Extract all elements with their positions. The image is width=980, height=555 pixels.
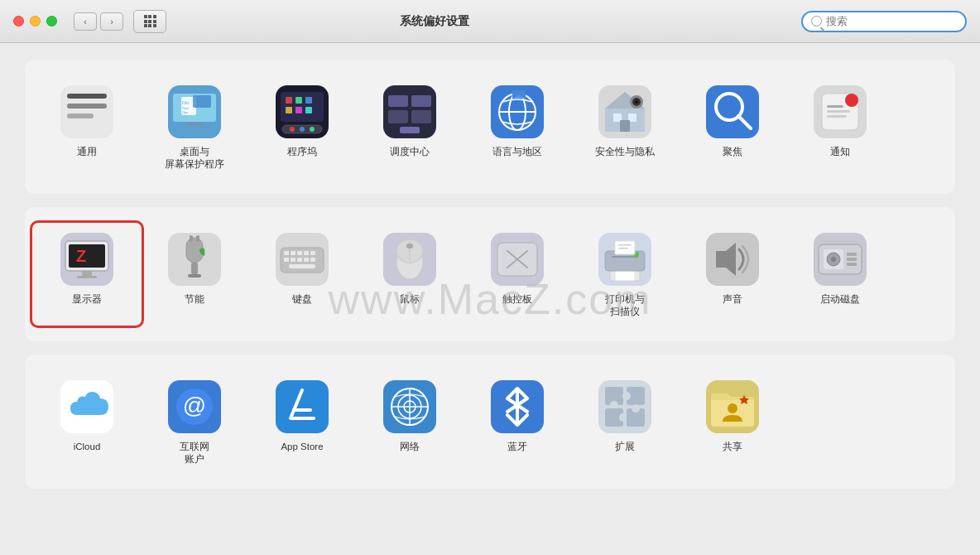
- pref-general[interactable]: 通用: [33, 76, 141, 177]
- svg-rect-28: [388, 95, 408, 107]
- traffic-lights: [13, 16, 57, 27]
- maximize-button[interactable]: [46, 16, 57, 27]
- pref-keyboard[interactable]: 键盘: [248, 224, 356, 325]
- pref-desktop[interactable]: Filo New Ope 桌面与屏幕保护程序: [141, 76, 248, 177]
- extensions-icon-container: [596, 378, 654, 436]
- pref-network[interactable]: 网络: [356, 371, 464, 472]
- trackpad-label: 触控板: [502, 293, 532, 306]
- pref-extensions[interactable]: 扩展: [571, 371, 679, 472]
- svg-text:@: @: [183, 393, 206, 418]
- pref-mouse[interactable]: 鼠标: [356, 224, 464, 325]
- svg-text:Ope: Ope: [182, 110, 189, 114]
- desktop-icon-container: Filo New Ope: [166, 83, 223, 141]
- sound-label: 声音: [723, 293, 742, 306]
- svg-text:Filo: Filo: [182, 100, 189, 105]
- displays-label: 显示器: [72, 293, 102, 306]
- svg-rect-30: [400, 127, 420, 133]
- pref-appstore[interactable]: App Store: [248, 371, 356, 472]
- startup-label: 启动磁盘: [820, 293, 860, 306]
- svg-rect-70: [291, 251, 295, 255]
- printer-icon: [598, 233, 651, 286]
- pref-printer[interactable]: 打印机与扫描仪: [571, 224, 679, 325]
- pref-energy[interactable]: 节能: [141, 224, 248, 325]
- spotlight-icon-container: [704, 83, 761, 141]
- pref-bluetooth[interactable]: 蓝牙: [464, 371, 571, 472]
- notifications-label: 通知: [830, 146, 850, 158]
- spotlight-icon: [706, 85, 759, 138]
- pref-spotlight[interactable]: 聚焦: [679, 76, 786, 177]
- security-label: 安全性与隐私: [595, 146, 655, 158]
- pref-mission[interactable]: 调度中心: [356, 76, 464, 177]
- pref-startup[interactable]: 启动磁盘: [786, 224, 894, 325]
- security-icon-container: [596, 83, 654, 141]
- svg-rect-16: [295, 97, 302, 104]
- security-icon: [598, 85, 651, 138]
- svg-rect-109: [847, 263, 857, 266]
- mouse-label: 鼠标: [400, 293, 420, 306]
- network-icon: [383, 380, 436, 433]
- svg-rect-12: [183, 125, 206, 128]
- energy-icon-container: [166, 230, 223, 288]
- svg-rect-114: [276, 380, 329, 433]
- svg-rect-108: [847, 258, 857, 261]
- svg-rect-72: [304, 251, 309, 255]
- startup-icon-container: [811, 230, 869, 288]
- svg-rect-98: [618, 244, 632, 246]
- svg-text:Z: Z: [76, 247, 86, 265]
- keyboard-label: 键盘: [292, 293, 312, 306]
- pref-security[interactable]: 安全性与隐私: [571, 76, 679, 177]
- svg-rect-60: [77, 276, 97, 278]
- mission-label: 调度中心: [390, 146, 430, 158]
- mouse-icon-container: [381, 230, 439, 288]
- pref-sharing[interactable]: 共享: [679, 371, 786, 472]
- general-label: 通用: [77, 146, 97, 158]
- sharing-icon: [706, 380, 759, 433]
- search-icon: [811, 16, 822, 27]
- pref-displays[interactable]: Z 显示器: [33, 224, 141, 325]
- svg-rect-99: [618, 248, 628, 249]
- svg-rect-18: [286, 107, 292, 113]
- appstore-icon-container: [273, 378, 331, 436]
- svg-point-129: [619, 413, 627, 422]
- svg-point-22: [290, 127, 295, 132]
- svg-rect-59: [82, 271, 92, 276]
- close-button[interactable]: [13, 16, 24, 27]
- svg-rect-95: [612, 256, 638, 258]
- general-icon: [60, 85, 113, 138]
- svg-rect-0: [60, 85, 113, 138]
- svg-point-45: [635, 100, 638, 104]
- extensions-label: 扩展: [615, 441, 635, 453]
- printer-icon-container: [596, 230, 654, 288]
- pref-dock[interactable]: 程序坞: [248, 76, 356, 177]
- main-content: www.MacZ.com 通用: [0, 43, 980, 555]
- titlebar: ‹ › 系统偏好设置: [0, 0, 980, 43]
- pref-trackpad[interactable]: 触控板: [464, 224, 571, 325]
- minimize-button[interactable]: [30, 16, 41, 27]
- svg-point-24: [310, 127, 315, 132]
- svg-rect-74: [284, 258, 289, 262]
- language-icon: [491, 85, 544, 138]
- svg-point-23: [300, 127, 305, 132]
- trackpad-icon-container: [488, 230, 546, 288]
- bluetooth-label: 蓝牙: [507, 441, 527, 453]
- search-input[interactable]: [826, 15, 957, 27]
- icloud-icon: [60, 380, 113, 433]
- pref-notifications[interactable]: 通知: [786, 76, 894, 177]
- svg-rect-54: [827, 115, 847, 118]
- pref-icloud[interactable]: iCloud: [33, 371, 141, 472]
- svg-rect-27: [411, 110, 431, 123]
- pref-sound[interactable]: 声音: [679, 224, 786, 325]
- language-icon-container: [488, 83, 546, 141]
- svg-rect-10: [193, 95, 211, 108]
- trackpad-icon: [491, 233, 544, 286]
- pref-language[interactable]: 语言与地区: [464, 76, 571, 177]
- printer-label: 打印机与扫描仪: [605, 293, 645, 318]
- search-box[interactable]: [801, 11, 967, 32]
- displays-icon: Z: [60, 233, 113, 286]
- svg-rect-52: [827, 105, 843, 108]
- svg-rect-29: [411, 95, 431, 107]
- svg-rect-78: [310, 258, 315, 262]
- svg-rect-73: [310, 251, 315, 255]
- icloud-icon-container: [58, 378, 116, 436]
- pref-internet[interactable]: @ 互联网账户: [141, 371, 248, 472]
